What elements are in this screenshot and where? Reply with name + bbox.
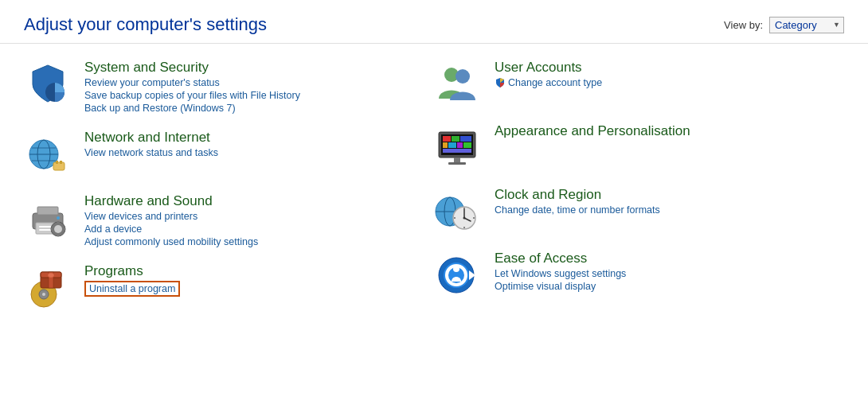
user-accounts-icon [434,60,482,107]
right-column: User Accounts Change account type [434,60,844,311]
svg-rect-33 [452,136,459,142]
svg-rect-18 [57,233,60,236]
svg-point-27 [48,273,54,278]
svg-rect-39 [443,149,471,153]
category-ease-access: Ease of Access Let Windows suggest setti… [434,251,844,298]
hardware-title[interactable]: Hardware and Sound [84,193,258,209]
category-programs: Programs Uninstall a program [24,263,434,311]
ease-access-title[interactable]: Ease of Access [495,251,626,266]
date-time-link[interactable]: Change date, time or number formats [495,204,660,216]
svg-rect-17 [57,222,60,225]
review-status-link[interactable]: Review your computer's status [84,77,300,88]
clock-region-icon [434,187,482,235]
appearance-icon [434,123,482,171]
svg-point-23 [42,293,45,296]
ease-access-icon [434,251,482,298]
category-hardware: Hardware and Sound View devices and prin… [24,193,434,247]
category-system-security: System and Security Review your computer… [24,60,434,114]
header: Adjust your computer's settings View by:… [0,0,868,44]
svg-point-16 [54,225,62,233]
system-security-text: System and Security Review your computer… [84,60,300,114]
programs-title[interactable]: Programs [84,263,180,279]
programs-text: Programs Uninstall a program [84,263,180,297]
svg-rect-40 [454,158,460,162]
view-by-container: View by: Category Large icons Small icon… [724,17,844,33]
svg-rect-37 [457,142,463,148]
change-account-type-text: Change account type [508,77,602,88]
system-security-icon [24,60,72,107]
uac-shield-icon [495,77,506,88]
svg-rect-36 [448,142,456,148]
hardware-icon [24,193,72,241]
user-accounts-text: User Accounts Change account type [495,60,602,88]
clock-region-text: Clock and Region Change date, time or nu… [495,187,660,216]
file-history-link[interactable]: Save backup copies of your files with Fi… [84,90,300,101]
change-account-type-link[interactable]: Change account type [495,77,602,88]
network-text: Network and Internet View network status… [84,130,218,158]
windows-suggest-link[interactable]: Let Windows suggest settings [495,268,626,279]
category-clock-region: Clock and Region Change date, time or nu… [434,187,844,235]
view-by-select[interactable]: Category Large icons Small icons [769,17,844,33]
svg-point-56 [453,266,459,272]
mobility-settings-link[interactable]: Adjust commonly used mobility settings [84,236,258,247]
category-appearance: Appearance and Personalisation [434,123,844,171]
svg-rect-10 [37,207,58,215]
devices-printers-link[interactable]: View devices and printers [84,211,258,222]
svg-rect-6 [53,162,65,170]
svg-rect-20 [62,228,65,231]
svg-rect-7 [56,161,58,164]
category-network: Network and Internet View network status… [24,130,434,177]
view-by-wrapper[interactable]: Category Large icons Small icons [769,17,844,33]
svg-rect-34 [460,136,471,142]
svg-rect-41 [448,162,466,165]
add-device-link[interactable]: Add a device [84,224,258,235]
uninstall-program-link[interactable]: Uninstall a program [84,281,180,297]
network-title[interactable]: Network and Internet [84,130,218,146]
svg-rect-38 [463,142,471,148]
ease-access-text: Ease of Access Let Windows suggest setti… [495,251,626,292]
svg-rect-35 [443,142,448,148]
svg-point-14 [57,216,60,220]
page-title: Adjust your computer's settings [24,14,267,35]
appearance-title[interactable]: Appearance and Personalisation [495,123,690,139]
left-column: System and Security Review your computer… [24,60,434,311]
svg-rect-32 [443,136,451,142]
system-security-title[interactable]: System and Security [84,60,300,76]
network-icon [24,130,72,177]
clock-region-title[interactable]: Clock and Region [495,187,660,203]
svg-rect-19 [51,228,54,231]
svg-point-29 [456,69,470,84]
network-status-link[interactable]: View network status and tasks [84,147,218,158]
hardware-text: Hardware and Sound View devices and prin… [84,193,258,247]
backup-restore-link[interactable]: Back up and Restore (Windows 7) [84,103,300,114]
svg-rect-8 [60,161,62,164]
main-content: System and Security Review your computer… [0,44,868,327]
user-accounts-title[interactable]: User Accounts [495,60,602,76]
appearance-text: Appearance and Personalisation [495,123,690,139]
view-by-label: View by: [724,19,763,31]
category-user-accounts: User Accounts Change account type [434,60,844,107]
visual-display-link[interactable]: Optimise visual display [495,281,626,292]
programs-icon [24,263,72,311]
